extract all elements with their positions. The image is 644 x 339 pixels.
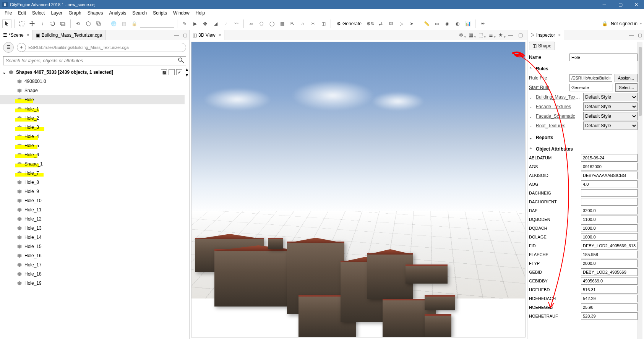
area-tool-icon[interactable]: ▭ [432,19,441,28]
tree-item[interactable]: Hole_19 [0,279,185,288]
tree-item[interactable]: 4908001.0 [0,77,185,86]
street-tool-icon[interactable]: ⛖ [201,19,210,28]
signin-label[interactable]: Not signed in [611,21,639,26]
view-axes-icon[interactable]: ✻▾ [457,31,465,39]
frame-tool-icon[interactable] [17,19,26,28]
menu-window[interactable]: Window [170,10,193,16]
tree-item[interactable]: Hole_3 [0,123,185,132]
poly-shape-icon[interactable]: ⬠ [257,19,266,28]
pointer2-icon[interactable]: ➤ [407,19,416,28]
chart-icon[interactable]: 📊 [463,19,472,28]
viewdome-icon[interactable]: ◐ [453,19,462,28]
tab-3d-view[interactable]: ◫ 3D View × [190,30,224,40]
attr-value-field[interactable] [581,260,638,267]
panel-maximize2-icon[interactable]: ▢ [516,31,525,39]
measure-icon[interactable]: 📏 [422,19,431,28]
menu-select[interactable]: Select [29,10,48,16]
toolbar-input[interactable] [140,20,174,28]
attr-value-field[interactable] [581,154,638,162]
attr-value-field[interactable] [581,216,638,223]
seed-icon[interactable]: ⚄ [386,19,396,28]
viewport-3d[interactable] [191,42,526,337]
maximize-button[interactable]: ▢ [615,2,626,7]
toggle-hatch-icon[interactable]: ▨ [161,69,167,75]
inspector-scrollbar[interactable] [638,42,642,339]
search-icon[interactable] [178,57,185,64]
inspector-scroll-thumb[interactable] [639,47,642,116]
tree-item[interactable]: Hole_9 [0,187,185,196]
scene-tree[interactable]: ⌄ Shapes 4467_5333 [2439 objects, 1 sele… [0,67,185,339]
menu-scripts[interactable]: Scripts [150,10,170,16]
toggle-checked-icon[interactable]: ✓ [176,69,182,75]
circle-shape-icon[interactable]: ◯ [267,19,276,28]
close-button[interactable]: ✕ [631,2,642,7]
view-iso-icon[interactable]: ⬚▾ [477,31,485,39]
slice-tool-icon[interactable]: ◫ [319,19,328,28]
attr-value-field[interactable] [581,295,638,302]
tab-scene[interactable]: ☰ *Scene × [0,30,33,40]
style-select[interactable]: Default Style [583,102,638,111]
style-select[interactable]: Default Style [583,122,638,130]
panel-maximize-icon[interactable]: ▢ [181,30,189,40]
attr-value-field[interactable] [581,312,638,320]
style-select[interactable]: Default Style [583,93,638,101]
attr-value-field[interactable] [581,277,638,285]
grid-shape-icon[interactable]: ▦ [277,19,287,28]
attr-value-field[interactable] [581,233,638,241]
name-field[interactable] [569,54,638,61]
menu-graph[interactable]: Graph [65,10,84,16]
menu-layer[interactable]: Layer [48,10,65,16]
rotate-tool-icon[interactable] [48,19,57,28]
scale-tool-icon[interactable] [58,19,68,28]
tree-item[interactable]: Hole_4 [0,132,185,141]
attr-value-field[interactable] [581,207,638,214]
tree-item[interactable]: Hole_17 [0,260,185,269]
scale-down-icon[interactable]: ↓ [38,19,47,28]
tree-item[interactable]: Hole_11 [0,205,185,214]
tree-item[interactable]: Hole_10 [0,196,185,205]
tree-item[interactable]: Hole_6 [0,150,185,159]
panel-minimize-icon[interactable]: — [172,30,181,40]
assign-button[interactable]: Assign... [615,74,638,82]
tree-item[interactable]: Shape_1 [0,159,185,169]
globe-tool-icon[interactable]: 🌐 [109,19,118,28]
tree-item[interactable]: Hole_12 [0,214,185,224]
style-select[interactable]: Default Style [583,112,638,120]
tree-item[interactable]: Hole_7 [0,169,185,178]
play-tool-icon[interactable]: ▶ [190,19,200,28]
select-button[interactable]: Select... [615,83,638,92]
toggle-empty-icon[interactable] [169,69,175,75]
tree-item[interactable]: Hole_2 [0,114,185,123]
cancel-gen-icon[interactable]: ▷ [397,19,406,28]
attr-value-field[interactable] [581,251,638,258]
menu-file[interactable]: File [2,10,15,16]
curve-tool-icon[interactable]: 〰 [232,19,241,28]
menu-help[interactable]: Help [193,10,208,16]
tree-item[interactable]: Hole_15 [0,242,185,251]
tree-item[interactable]: Hole_14 [0,233,185,242]
attr-value-field[interactable] [581,268,638,276]
scroll-up-icon[interactable]: ▲ [185,67,189,72]
attr-value-field[interactable] [581,286,638,294]
tree-item[interactable]: Hole_16 [0,251,185,260]
tree-item[interactable]: Hole_8 [0,178,185,187]
rule-path-pill[interactable]: + ESRI.lib/rules/Buildings/Building_Mass… [17,43,186,52]
chevron-down-icon[interactable]: ⌄ [2,70,6,75]
view-wire-icon[interactable]: ▦▾ [467,31,475,39]
shape-type-tab[interactable]: ◫ Shape [529,42,555,50]
layers-round-button[interactable]: ☰ [3,42,14,53]
generate-button[interactable]: ⚙Generate [334,20,365,27]
signin-chevron-icon[interactable]: ▾ [640,22,642,25]
view-layers-icon[interactable]: ≣▾ [487,31,495,39]
regen-icon[interactable]: ⚙↻ [366,19,375,28]
attr-value-field[interactable] [581,189,638,197]
panel-minimize2-icon[interactable]: — [506,31,515,39]
push-tool-icon[interactable]: ⇱ [288,19,297,28]
minimize-button[interactable]: ─ [599,2,610,7]
view-bookmark-icon[interactable]: ★▾ [496,31,505,39]
shuffle-icon[interactable]: ⇄ [376,19,385,28]
attr-value-field[interactable] [581,198,638,206]
tree-item[interactable]: Hole_1 [0,104,185,114]
tab-inspector-close-icon[interactable]: × [558,32,561,38]
ramp-tool-icon[interactable]: ◢ [211,19,220,28]
